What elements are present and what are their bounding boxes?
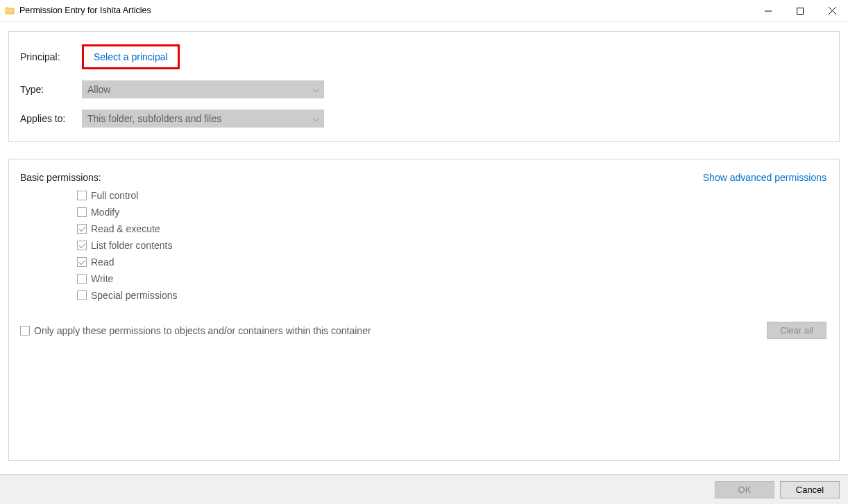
- ok-button: OK: [715, 481, 774, 498]
- perm-list-folder: List folder contents: [77, 240, 826, 251]
- content-area: Principal: Select a principal Type: Allo…: [0, 21, 848, 461]
- principal-panel: Principal: Select a principal Type: Allo…: [8, 31, 840, 142]
- window-controls: [752, 0, 848, 21]
- perm-label: Write: [91, 273, 113, 284]
- folder-icon: [4, 5, 15, 16]
- window-title: Permission Entry for Ishita Articles: [19, 6, 752, 15]
- apply-only-label: Only apply these permissions to objects …: [34, 325, 371, 336]
- perm-read: Read: [77, 257, 826, 268]
- type-dropdown-value: Allow: [87, 84, 110, 95]
- chevron-down-icon: [313, 113, 319, 124]
- perm-label: Special permissions: [91, 290, 178, 301]
- titlebar: Permission Entry for Ishita Articles: [0, 0, 848, 21]
- svg-rect-1: [797, 8, 804, 14]
- checkbox-modify: [77, 207, 87, 217]
- perm-modify: Modify: [77, 207, 826, 218]
- perm-write: Write: [77, 273, 826, 284]
- checkbox-list-folder: [77, 241, 87, 250]
- checkbox-read-execute: [77, 224, 87, 234]
- perm-read-execute: Read & execute: [77, 223, 826, 234]
- maximize-button[interactable]: [784, 0, 816, 21]
- applies-to-label: Applies to:: [20, 113, 82, 124]
- basic-permissions-title: Basic permissions:: [20, 172, 101, 183]
- clear-all-button: Clear all: [767, 322, 826, 339]
- permission-list: Full control Modify Read & execute List …: [77, 190, 826, 301]
- principal-label: Principal:: [20, 51, 82, 62]
- perm-special: Special permissions: [77, 290, 826, 301]
- close-button[interactable]: [816, 0, 848, 21]
- permissions-panel: Basic permissions: Show advanced permiss…: [8, 159, 840, 461]
- checkbox-write: [77, 274, 87, 284]
- type-label: Type:: [20, 84, 82, 95]
- applies-to-dropdown-value: This folder, subfolders and files: [87, 113, 221, 124]
- perm-label: Read & execute: [91, 223, 160, 234]
- perm-label: Modify: [91, 207, 119, 218]
- apply-only-row: Only apply these permissions to objects …: [20, 325, 371, 336]
- checkbox-special: [77, 290, 87, 300]
- show-advanced-permissions-link[interactable]: Show advanced permissions: [703, 172, 826, 183]
- perm-label: Full control: [91, 190, 138, 201]
- cancel-button[interactable]: Cancel: [780, 481, 840, 498]
- chevron-down-icon: [313, 84, 319, 95]
- minimize-button[interactable]: [752, 0, 784, 21]
- perm-label: Read: [91, 257, 114, 268]
- select-principal-link[interactable]: Select a principal: [88, 50, 173, 64]
- dialog-footer: OK Cancel: [0, 474, 848, 504]
- checkbox-apply-only: [20, 326, 30, 336]
- type-dropdown: Allow: [82, 80, 324, 98]
- applies-to-dropdown: This folder, subfolders and files: [82, 110, 324, 128]
- checkbox-read: [77, 257, 87, 267]
- perm-label: List folder contents: [91, 240, 173, 251]
- principal-highlight-box: Select a principal: [82, 44, 180, 69]
- checkbox-full-control: [77, 191, 87, 200]
- perm-full-control: Full control: [77, 190, 826, 201]
